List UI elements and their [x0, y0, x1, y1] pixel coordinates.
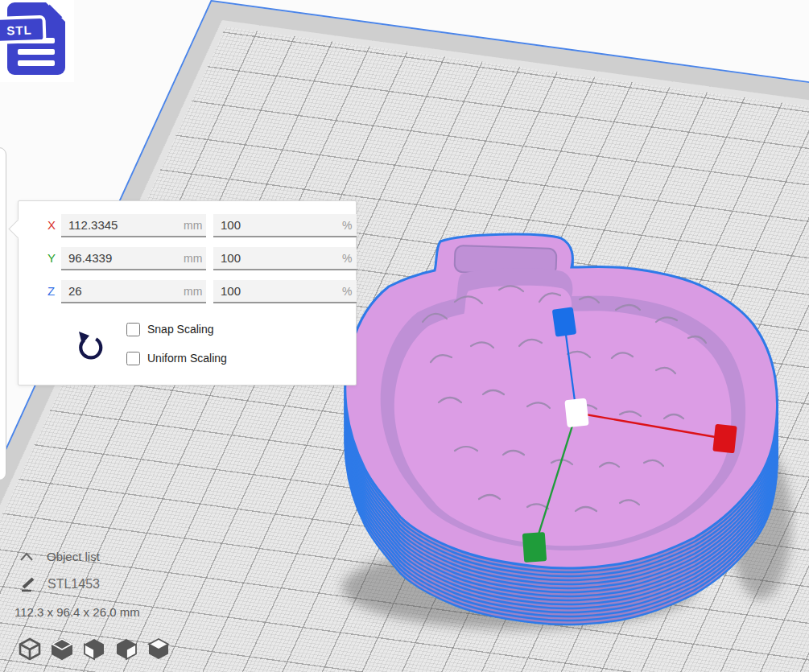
object-list-header[interactable]: Object list	[19, 550, 100, 563]
z-scale-handle[interactable]	[552, 307, 576, 336]
view-right-button[interactable]	[147, 636, 171, 662]
view-front-icon	[50, 636, 74, 662]
y-size-input[interactable]	[61, 247, 206, 270]
snap-scaling-row: Snap Scaling	[126, 321, 214, 337]
camera-view-toolbar	[18, 636, 171, 662]
uniform-scaling-checkbox[interactable]	[126, 352, 140, 365]
left-toolbar-edge	[0, 147, 6, 480]
reset-scale-button[interactable]	[73, 330, 107, 365]
snap-scaling-checkbox[interactable]	[126, 323, 140, 336]
scale-row-y: Y mm %	[19, 247, 356, 270]
z-axis-label: Z	[47, 284, 55, 298]
stl-label: STL	[0, 15, 47, 44]
x-percent-input[interactable]	[213, 214, 357, 237]
x-size-input[interactable]	[61, 214, 206, 237]
y-scale-handle[interactable]	[522, 532, 547, 563]
x-scale-handle[interactable]	[712, 424, 737, 454]
scale-tool-panel: X mm % Y mm % Z mm %	[18, 200, 357, 385]
view-front-button[interactable]	[50, 636, 74, 662]
view-3d-icon	[18, 636, 42, 662]
view-top-icon	[82, 636, 106, 662]
z-size-input[interactable]	[61, 280, 206, 303]
model-stl1453[interactable]	[334, 225, 805, 644]
chevron-up-icon	[19, 552, 34, 562]
scale-row-x: X mm %	[19, 214, 356, 237]
view-3d-button[interactable]	[18, 636, 42, 662]
stl-file-icon: STL	[0, 0, 74, 82]
scale-row-z: Z mm %	[19, 280, 356, 303]
view-left-button[interactable]	[114, 636, 138, 662]
z-percent-input[interactable]	[213, 280, 357, 303]
object-name: STL1453	[47, 577, 100, 592]
model-dimensions: 112.3 x 96.4 x 26.0 mm	[14, 605, 140, 619]
view-left-icon	[114, 636, 138, 662]
object-list-item[interactable]: STL1453	[19, 576, 100, 592]
uniform-scaling-row: Uniform Scaling	[126, 350, 227, 366]
pencil-icon	[19, 576, 37, 592]
reset-arrow-icon	[75, 330, 105, 364]
cura-viewport: { "window": { "background": "#fbfbfb" },…	[0, 0, 809, 672]
x-axis-label: X	[47, 218, 56, 232]
view-top-button[interactable]	[82, 636, 106, 662]
center-scale-handle[interactable]	[564, 398, 588, 428]
view-right-icon	[147, 636, 171, 662]
object-list-title: Object list	[47, 550, 100, 563]
y-percent-input[interactable]	[213, 247, 357, 270]
snap-scaling-label: Snap Scaling	[147, 323, 214, 336]
y-axis-label: Y	[47, 251, 56, 265]
uniform-scaling-label: Uniform Scaling	[147, 352, 227, 365]
